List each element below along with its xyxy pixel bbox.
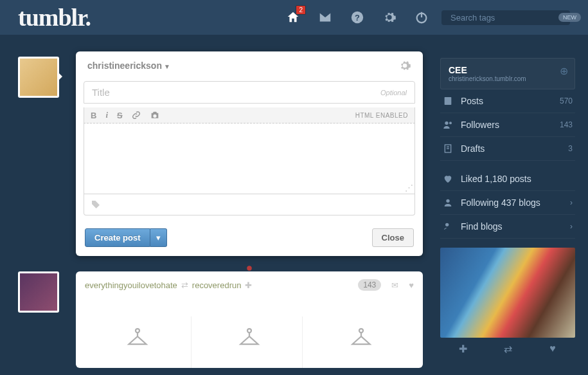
- chevron-right-icon: ›: [570, 198, 573, 207]
- sidebar-item-following[interactable]: Following 437 blogs ›: [440, 191, 575, 215]
- reblog-icon: ⇄: [181, 280, 188, 290]
- compose-modal: christineerickson▼ Optional B i S HTML E…: [76, 51, 423, 256]
- compose-settings-icon[interactable]: [398, 59, 411, 72]
- create-post-group: Create post ▾: [85, 228, 167, 247]
- nav-icons: 2 ?: [286, 10, 429, 24]
- sidebar-item-label: Liked 1,180 posts: [461, 174, 531, 184]
- notification-badge: 2: [296, 5, 306, 15]
- account-url: christinerickson.tumblr.com: [449, 75, 567, 82]
- html-enabled-label: HTML ENABLED: [355, 112, 408, 119]
- account-name: CEE: [449, 65, 567, 75]
- drafts-count: 3: [568, 144, 573, 153]
- svg-point-9: [359, 329, 363, 333]
- photo-cell: [197, 316, 303, 368]
- link-button[interactable]: [132, 111, 141, 120]
- title-row: Optional: [84, 81, 415, 104]
- compose-header: christineerickson▼: [76, 51, 423, 77]
- drafts-icon: [443, 143, 456, 154]
- recommended-blog-image[interactable]: [440, 248, 575, 338]
- resize-grip-icon[interactable]: ⋰: [405, 183, 413, 192]
- recommended-actions: ✚ ⇄ ♥: [440, 338, 575, 360]
- svg-text:?: ?: [355, 13, 360, 23]
- account-card-options-icon[interactable]: ⊕: [560, 65, 568, 77]
- follow-plus-icon[interactable]: ✚: [245, 280, 252, 290]
- svg-point-11: [445, 122, 448, 125]
- svg-point-6: [247, 266, 252, 271]
- like-icon[interactable]: ♥: [409, 280, 414, 290]
- heart-icon: [443, 174, 456, 184]
- sidebar-item-label: Drafts: [461, 143, 485, 154]
- sidebar-item-label: Posts: [461, 96, 483, 106]
- settings-icon[interactable]: [382, 10, 396, 24]
- note-count-badge[interactable]: 143: [358, 279, 381, 291]
- sidebar-item-liked[interactable]: Liked 1,180 posts: [440, 167, 575, 191]
- sidebar-item-label: Following 437 blogs: [461, 197, 540, 208]
- tag-row[interactable]: [84, 194, 415, 215]
- photo-cell: [85, 316, 192, 368]
- feed-post: everythingyouilovetohate ⇄ recoveredrun …: [76, 271, 423, 368]
- topbar: tumblr. 2 ? NEW: [0, 0, 588, 35]
- bold-button[interactable]: B: [91, 111, 96, 120]
- blog-selector-label: christineerickson: [87, 60, 162, 71]
- sidebar-item-posts[interactable]: Posts 570: [440, 89, 575, 113]
- sidebar: CEE christinerickson.tumblr.com ⊕ Posts …: [440, 58, 575, 360]
- main-column: christineerickson▼ Optional B i S HTML E…: [18, 51, 429, 368]
- italic-button[interactable]: i: [105, 110, 108, 120]
- sidebar-item-drafts[interactable]: Drafts 3: [440, 137, 575, 161]
- svg-point-12: [449, 122, 452, 124]
- feed-header: everythingyouilovetohate ⇄ recoveredrun …: [85, 279, 414, 291]
- search-box[interactable]: NEW: [441, 10, 570, 25]
- feed-source-link[interactable]: everythingyouilovetohate: [85, 280, 177, 290]
- user-avatar[interactable]: [18, 57, 59, 98]
- strike-button[interactable]: S: [117, 111, 123, 120]
- sidebar-item-followers[interactable]: Followers 143: [440, 113, 575, 137]
- sidebar-item-label: Find blogs: [461, 221, 503, 232]
- blog-selector[interactable]: christineerickson▼: [87, 60, 170, 71]
- tumblr-logo[interactable]: tumblr.: [18, 3, 91, 32]
- followers-icon: [443, 120, 456, 130]
- sidebar-item-label: Followers: [461, 120, 499, 130]
- rec-reblog-button[interactable]: ⇄: [485, 338, 530, 360]
- create-post-dropdown[interactable]: ▾: [150, 228, 167, 247]
- share-icon[interactable]: ✉: [391, 280, 398, 290]
- photo-cell: [308, 316, 414, 368]
- account-card[interactable]: CEE christinerickson.tumblr.com ⊕: [440, 58, 575, 89]
- optional-label: Optional: [380, 89, 407, 96]
- feed-photoset[interactable]: [85, 316, 414, 368]
- chevron-down-icon: ▼: [164, 63, 170, 70]
- editor-toolbar: B i S HTML ENABLED: [84, 107, 415, 123]
- mail-icon[interactable]: [318, 10, 332, 24]
- followers-count: 143: [560, 120, 573, 129]
- rec-add-button[interactable]: ✚: [440, 338, 485, 360]
- svg-rect-10: [445, 97, 452, 105]
- following-icon: [443, 197, 456, 208]
- power-icon[interactable]: [414, 10, 429, 24]
- help-icon[interactable]: ?: [350, 10, 364, 24]
- camera-button[interactable]: [150, 110, 160, 120]
- pin-icon: [244, 262, 255, 278]
- rec-like-button[interactable]: ♥: [530, 338, 575, 360]
- posts-icon: [443, 96, 456, 106]
- post-body-input[interactable]: [84, 123, 414, 194]
- feed-avatar[interactable]: [18, 271, 59, 313]
- find-blogs-icon: [443, 221, 456, 232]
- feed-reblog-link[interactable]: recoveredrun: [192, 280, 242, 290]
- chevron-right-icon: ›: [570, 222, 573, 231]
- search-input[interactable]: [450, 13, 558, 23]
- post-body-area: ⋰: [84, 123, 415, 194]
- close-button[interactable]: Close: [372, 228, 414, 247]
- posts-count: 570: [560, 96, 573, 105]
- svg-point-7: [136, 329, 139, 333]
- post-title-input[interactable]: [92, 87, 380, 98]
- create-post-button[interactable]: Create post: [85, 228, 150, 247]
- sidebar-item-find-blogs[interactable]: Find blogs ›: [440, 215, 575, 239]
- svg-point-17: [445, 223, 449, 226]
- search-new-button[interactable]: NEW: [558, 13, 581, 22]
- svg-point-8: [247, 329, 251, 333]
- home-icon[interactable]: 2: [286, 10, 300, 24]
- tag-icon: [91, 199, 101, 210]
- compose-footer: Create post ▾ Close: [76, 223, 423, 256]
- svg-point-16: [446, 199, 449, 203]
